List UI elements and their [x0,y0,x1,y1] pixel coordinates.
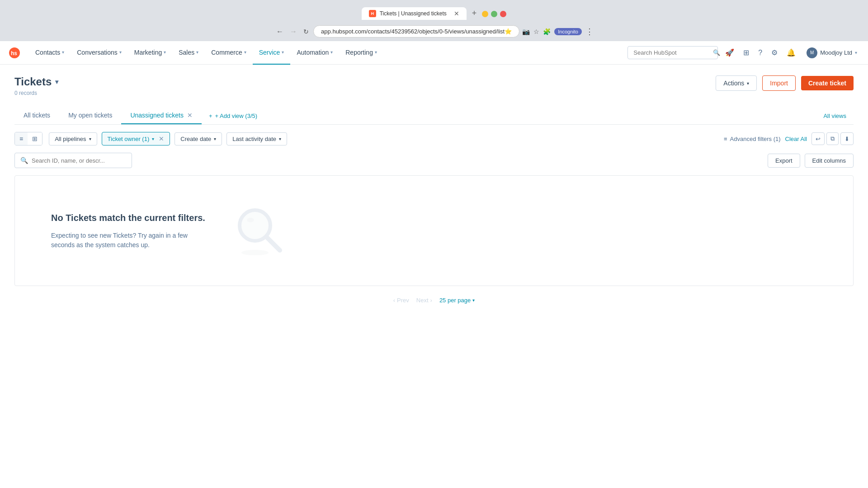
view-toggle: ≡ ⊞ [14,132,42,145]
table-search-box[interactable]: 🔍 [14,153,132,168]
menu-icon[interactable]: ⋮ [585,27,594,37]
empty-state: No Tickets match the current filters. Ex… [15,176,853,286]
nav-commerce[interactable]: Commerce ▾ [205,41,252,65]
upgrade-icon[interactable]: 🚀 [723,47,736,59]
chevron-down-icon: ▾ [119,50,122,55]
minimize-button[interactable] [482,11,488,17]
clear-ticket-owner-icon[interactable]: ✕ [159,135,164,142]
chevron-down-icon: ▾ [747,81,749,86]
actions-button[interactable]: Actions ▾ [716,75,757,91]
camera-icon: 📷 [522,28,530,35]
undo-button[interactable]: ↩ [811,132,825,145]
add-view-button[interactable]: + + Add view (3/5) [202,108,264,124]
table-actions: Export Edit columns [768,154,854,168]
top-navigation: hs Contacts ▾ Conversations ▾ Marketing … [0,41,868,65]
export-button[interactable]: Export [768,154,800,168]
nav-service[interactable]: Service ▾ [253,41,291,65]
empty-state-body: Expecting to see new Tickets? Try again … [51,231,196,250]
create-ticket-button[interactable]: Create ticket [801,76,854,90]
advanced-filters-button[interactable]: ≡ Advanced filters (1) [724,136,781,142]
plus-icon: + [209,113,212,119]
import-button[interactable]: Import [762,75,796,91]
new-tab-button[interactable]: + [468,7,481,20]
chevron-down-icon: ▾ [164,50,166,55]
refresh-button[interactable]: ↻ [302,26,311,37]
page-header: Tickets ▾ 0 records Actions ▾ Import Cre… [14,75,854,96]
list-view-button[interactable]: ≡ [15,132,28,145]
prev-page-button[interactable]: ‹ Prev [393,297,409,304]
nav-automation[interactable]: Automation ▾ [290,41,339,65]
chevron-down-icon: ▾ [855,50,857,55]
tab-all-tickets[interactable]: All tickets [14,107,59,124]
tab-unassigned-tickets[interactable]: Unassigned tickets ✕ [121,107,202,124]
tab-close-icon[interactable]: ✕ [454,10,459,17]
undo-redo-area: ↩ ⧉ ⬇ [811,132,854,145]
close-button[interactable] [500,11,506,17]
tickets-table: No Tickets match the current filters. Ex… [14,175,854,286]
help-icon[interactable]: ? [756,47,764,59]
clear-all-button[interactable]: Clear All [785,136,807,142]
nav-right-area: 🔍 🚀 ⊞ ? ⚙ 🔔 M Moodjoy Ltd ▾ [627,46,861,60]
create-date-filter[interactable]: Create date ▾ [175,132,222,145]
per-page-selector[interactable]: 25 per page ▾ [439,297,475,304]
copy-button[interactable]: ⧉ [826,132,839,145]
chevron-down-icon: ▾ [330,50,333,55]
chevron-right-icon: › [430,297,432,304]
maximize-button[interactable] [491,11,497,17]
chevron-down-icon: ▾ [282,50,284,55]
chevron-down-icon: ▾ [472,298,475,303]
browser-tab-active[interactable]: H Tickets | Unassigned tickets ✕ [362,7,467,20]
grid-view-button[interactable]: ⊞ [28,132,42,145]
global-search-box[interactable]: 🔍 [627,46,718,59]
page-title-row: Tickets ▾ [14,75,58,88]
nav-contacts[interactable]: Contacts ▾ [29,41,71,65]
chevron-down-icon: ▾ [152,136,154,141]
nav-reporting[interactable]: Reporting ▾ [339,41,383,65]
title-dropdown-icon[interactable]: ▾ [55,78,58,85]
hubspot-logo[interactable]: hs [7,46,22,60]
marketplace-icon[interactable]: ⊞ [741,47,751,59]
account-button[interactable]: M Moodjoy Ltd ▾ [803,46,861,60]
nav-sales[interactable]: Sales ▾ [172,41,205,65]
empty-state-illustration [232,203,287,258]
chevron-down-icon: ▾ [214,136,216,141]
last-activity-date-filter[interactable]: Last activity date ▾ [226,132,287,145]
pipeline-filter[interactable]: All pipelines ▾ [49,132,97,145]
download-button[interactable]: ⬇ [840,132,854,145]
next-page-button[interactable]: Next › [416,297,432,304]
forward-button[interactable]: → [288,26,299,38]
bookmark-icon: ☆ [533,28,539,35]
nav-marketing[interactable]: Marketing ▾ [128,41,172,65]
tab-close-icon[interactable]: ✕ [187,112,193,119]
empty-state-heading: No Tickets match the current filters. [51,212,205,224]
account-name: Moodjoy Ltd [820,49,852,56]
nav-items: Contacts ▾ Conversations ▾ Marketing ▾ S… [29,41,627,65]
edit-columns-button[interactable]: Edit columns [805,154,854,168]
url-display: app.hubspot.com/contacts/45239562/object… [321,28,505,35]
svg-line-3 [267,237,280,250]
address-bar-icons: ⭐ [505,28,512,35]
nav-conversations[interactable]: Conversations ▾ [71,41,128,65]
incognito-badge: Incognito [554,28,582,35]
settings-icon[interactable]: ⚙ [769,47,779,59]
chevron-down-icon: ▾ [375,50,377,55]
avatar: M [807,47,817,58]
search-input[interactable] [633,49,709,56]
svg-point-5 [241,250,269,255]
chevron-down-icon: ▾ [196,50,198,55]
tabs-bar: All tickets My open tickets Unassigned t… [14,107,854,125]
extension-icon: 🧩 [543,28,551,35]
svg-point-4 [247,218,254,222]
header-actions: Actions ▾ Import Create ticket [716,75,854,91]
all-views-link[interactable]: All views [816,108,854,124]
svg-text:hs: hs [11,50,17,56]
back-button[interactable]: ← [274,26,285,38]
table-search-input[interactable] [32,157,126,164]
filter-icon: ≡ [724,136,727,142]
ticket-owner-filter[interactable]: Ticket owner (1) ▾ ✕ [102,132,170,145]
chevron-left-icon: ‹ [393,297,395,304]
search-icon: 🔍 [713,49,720,56]
tab-my-open-tickets[interactable]: My open tickets [59,107,121,124]
address-bar[interactable]: app.hubspot.com/contacts/45239562/object… [313,25,519,38]
notifications-icon[interactable]: 🔔 [785,47,797,59]
